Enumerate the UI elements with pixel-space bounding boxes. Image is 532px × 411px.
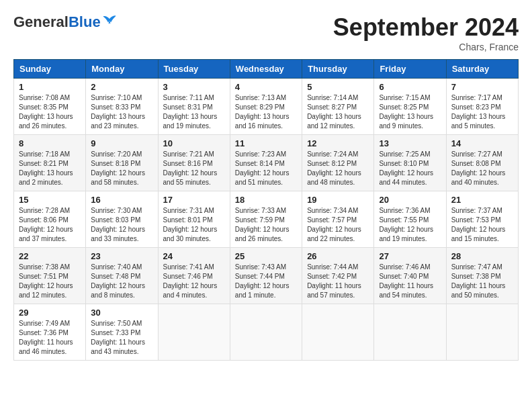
- day-number: 4: [235, 82, 297, 92]
- calendar-cell: 25Sunrise: 7:43 AM Sunset: 7:44 PM Dayli…: [230, 248, 302, 304]
- title-block: September 2024 Chars, France: [333, 13, 519, 52]
- calendar-week-1: 8Sunrise: 7:18 AM Sunset: 8:21 PM Daylig…: [14, 135, 519, 191]
- day-info: Sunrise: 7:41 AM Sunset: 7:46 PM Dayligh…: [163, 263, 225, 300]
- calendar-cell: 28Sunrise: 7:47 AM Sunset: 7:38 PM Dayli…: [446, 248, 518, 304]
- day-info: Sunrise: 7:31 AM Sunset: 8:01 PM Dayligh…: [163, 206, 225, 244]
- month-title: September 2024: [333, 13, 519, 42]
- logo-general-text: General: [13, 13, 69, 31]
- day-header-tuesday: Tuesday: [158, 60, 230, 79]
- calendar-cell: 3Sunrise: 7:11 AM Sunset: 8:31 PM Daylig…: [158, 79, 230, 135]
- day-info: Sunrise: 7:28 AM Sunset: 8:06 PM Dayligh…: [19, 206, 81, 244]
- day-number: 2: [91, 82, 152, 92]
- day-info: Sunrise: 7:25 AM Sunset: 8:10 PM Dayligh…: [379, 150, 441, 187]
- day-number: 20: [379, 195, 441, 205]
- day-number: 11: [235, 138, 297, 148]
- day-info: Sunrise: 7:37 AM Sunset: 7:53 PM Dayligh…: [451, 206, 513, 244]
- day-number: 10: [163, 138, 225, 148]
- calendar-cell: 7Sunrise: 7:17 AM Sunset: 8:23 PM Daylig…: [446, 79, 518, 135]
- day-info: Sunrise: 7:13 AM Sunset: 8:29 PM Dayligh…: [235, 93, 297, 131]
- day-number: 18: [235, 195, 297, 205]
- calendar-cell: 27Sunrise: 7:46 AM Sunset: 7:40 PM Dayli…: [374, 248, 446, 304]
- day-header-thursday: Thursday: [302, 60, 374, 79]
- day-info: Sunrise: 7:23 AM Sunset: 8:14 PM Dayligh…: [235, 150, 297, 187]
- day-info: Sunrise: 7:08 AM Sunset: 8:35 PM Dayligh…: [19, 93, 81, 131]
- day-header-friday: Friday: [374, 60, 446, 79]
- calendar-cell: [446, 304, 518, 361]
- day-number: 21: [451, 195, 513, 205]
- calendar-cell: 20Sunrise: 7:36 AM Sunset: 7:55 PM Dayli…: [374, 191, 446, 248]
- day-info: Sunrise: 7:20 AM Sunset: 8:18 PM Dayligh…: [91, 150, 152, 187]
- day-info: Sunrise: 7:33 AM Sunset: 7:59 PM Dayligh…: [235, 206, 297, 244]
- day-number: 16: [91, 195, 152, 205]
- day-number: 30: [91, 308, 152, 318]
- calendar-cell: 17Sunrise: 7:31 AM Sunset: 8:01 PM Dayli…: [158, 191, 230, 248]
- day-info: Sunrise: 7:21 AM Sunset: 8:16 PM Dayligh…: [163, 150, 225, 187]
- calendar-cell: 6Sunrise: 7:15 AM Sunset: 8:25 PM Daylig…: [374, 79, 446, 135]
- day-info: Sunrise: 7:14 AM Sunset: 8:27 PM Dayligh…: [307, 93, 369, 131]
- calendar-cell: 29Sunrise: 7:49 AM Sunset: 7:36 PM Dayli…: [14, 304, 86, 361]
- day-number: 13: [379, 138, 441, 148]
- calendar-cell: 24Sunrise: 7:41 AM Sunset: 7:46 PM Dayli…: [158, 248, 230, 304]
- day-info: Sunrise: 7:43 AM Sunset: 7:44 PM Dayligh…: [235, 263, 297, 300]
- day-number: 26: [307, 251, 369, 261]
- day-info: Sunrise: 7:10 AM Sunset: 8:33 PM Dayligh…: [91, 93, 152, 131]
- calendar-week-3: 22Sunrise: 7:38 AM Sunset: 7:51 PM Dayli…: [14, 248, 519, 304]
- day-header-saturday: Saturday: [446, 60, 518, 79]
- logo-bird-icon: [102, 15, 117, 27]
- day-header-sunday: Sunday: [14, 60, 86, 79]
- day-info: Sunrise: 7:50 AM Sunset: 7:33 PM Dayligh…: [91, 319, 152, 357]
- day-info: Sunrise: 7:24 AM Sunset: 8:12 PM Dayligh…: [307, 150, 369, 187]
- calendar-cell: [374, 304, 446, 361]
- day-number: 5: [307, 82, 369, 92]
- calendar-cell: 15Sunrise: 7:28 AM Sunset: 8:06 PM Dayli…: [14, 191, 86, 248]
- calendar-cell: [302, 304, 374, 361]
- day-number: 1: [19, 82, 81, 92]
- day-info: Sunrise: 7:38 AM Sunset: 7:51 PM Dayligh…: [19, 263, 81, 300]
- calendar-cell: 23Sunrise: 7:40 AM Sunset: 7:48 PM Dayli…: [86, 248, 158, 304]
- day-number: 14: [451, 138, 513, 148]
- calendar-cell: 19Sunrise: 7:34 AM Sunset: 7:57 PM Dayli…: [302, 191, 374, 248]
- calendar-cell: 2Sunrise: 7:10 AM Sunset: 8:33 PM Daylig…: [86, 79, 158, 135]
- day-number: 7: [451, 82, 513, 92]
- day-info: Sunrise: 7:30 AM Sunset: 8:03 PM Dayligh…: [91, 206, 152, 244]
- day-info: Sunrise: 7:11 AM Sunset: 8:31 PM Dayligh…: [163, 93, 225, 131]
- calendar-week-0: 1Sunrise: 7:08 AM Sunset: 8:35 PM Daylig…: [14, 79, 519, 135]
- day-number: 15: [19, 195, 81, 205]
- calendar-cell: 16Sunrise: 7:30 AM Sunset: 8:03 PM Dayli…: [86, 191, 158, 248]
- day-number: 6: [379, 82, 441, 92]
- day-info: Sunrise: 7:36 AM Sunset: 7:55 PM Dayligh…: [379, 206, 441, 244]
- page-header: GeneralBlue September 2024 Chars, France: [13, 13, 519, 52]
- day-number: 19: [307, 195, 369, 205]
- calendar-cell: 10Sunrise: 7:21 AM Sunset: 8:16 PM Dayli…: [158, 135, 230, 191]
- day-header-monday: Monday: [86, 60, 158, 79]
- calendar-cell: 4Sunrise: 7:13 AM Sunset: 8:29 PM Daylig…: [230, 79, 302, 135]
- calendar-cell: 14Sunrise: 7:27 AM Sunset: 8:08 PM Dayli…: [446, 135, 518, 191]
- calendar-cell: 1Sunrise: 7:08 AM Sunset: 8:35 PM Daylig…: [14, 79, 86, 135]
- day-number: 23: [91, 251, 152, 261]
- calendar-cell: 26Sunrise: 7:44 AM Sunset: 7:42 PM Dayli…: [302, 248, 374, 304]
- day-number: 3: [163, 82, 225, 92]
- day-info: Sunrise: 7:46 AM Sunset: 7:40 PM Dayligh…: [379, 263, 441, 300]
- day-info: Sunrise: 7:47 AM Sunset: 7:38 PM Dayligh…: [451, 263, 513, 300]
- day-info: Sunrise: 7:49 AM Sunset: 7:36 PM Dayligh…: [19, 319, 81, 357]
- calendar-cell: 30Sunrise: 7:50 AM Sunset: 7:33 PM Dayli…: [86, 304, 158, 361]
- calendar-cell: 13Sunrise: 7:25 AM Sunset: 8:10 PM Dayli…: [374, 135, 446, 191]
- calendar-cell: 11Sunrise: 7:23 AM Sunset: 8:14 PM Dayli…: [230, 135, 302, 191]
- day-info: Sunrise: 7:40 AM Sunset: 7:48 PM Dayligh…: [91, 263, 152, 300]
- logo: GeneralBlue: [13, 13, 117, 31]
- location: Chars, France: [333, 42, 519, 52]
- day-number: 22: [19, 251, 81, 261]
- calendar-cell: 18Sunrise: 7:33 AM Sunset: 7:59 PM Dayli…: [230, 191, 302, 248]
- day-number: 8: [19, 138, 81, 148]
- day-number: 24: [163, 251, 225, 261]
- day-info: Sunrise: 7:17 AM Sunset: 8:23 PM Dayligh…: [451, 93, 513, 131]
- logo-blue-text: Blue: [69, 13, 101, 31]
- day-info: Sunrise: 7:34 AM Sunset: 7:57 PM Dayligh…: [307, 206, 369, 244]
- day-info: Sunrise: 7:44 AM Sunset: 7:42 PM Dayligh…: [307, 263, 369, 300]
- day-number: 29: [19, 308, 81, 318]
- day-number: 17: [163, 195, 225, 205]
- day-header-wednesday: Wednesday: [230, 60, 302, 79]
- day-info: Sunrise: 7:15 AM Sunset: 8:25 PM Dayligh…: [379, 93, 441, 131]
- day-info: Sunrise: 7:18 AM Sunset: 8:21 PM Dayligh…: [19, 150, 81, 187]
- calendar-cell: 5Sunrise: 7:14 AM Sunset: 8:27 PM Daylig…: [302, 79, 374, 135]
